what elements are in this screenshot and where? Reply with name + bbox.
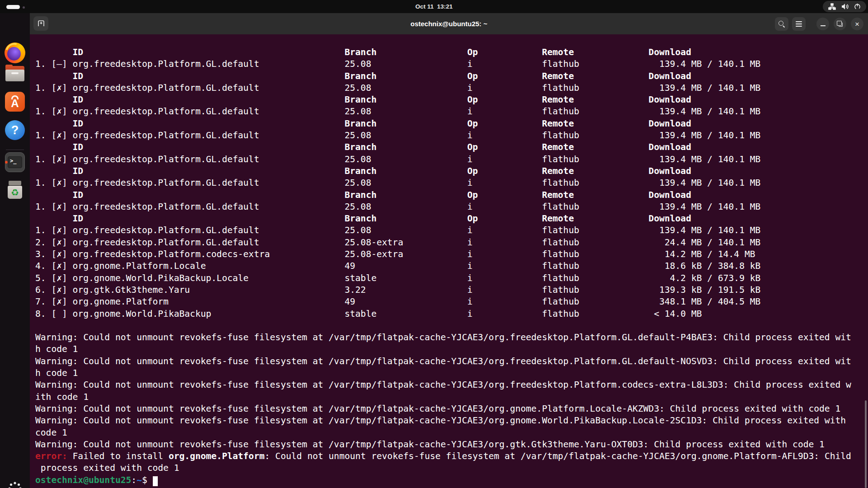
dock-item-files[interactable] xyxy=(4,63,26,84)
volume-icon xyxy=(841,3,849,10)
terminal-line: ID Branch Op Remote Download xyxy=(35,94,868,106)
terminal-line xyxy=(35,320,868,332)
restore-button[interactable] xyxy=(834,18,846,30)
terminal-line: 4. [✗] org.gnome.Platform.Locale 49 i fl… xyxy=(35,260,868,272)
show-apps-icon xyxy=(7,481,23,488)
title-bar[interactable]: ostechnix@ubuntu25: ~ × xyxy=(30,13,868,34)
search-icon xyxy=(778,20,785,28)
dock-item-help[interactable]: ? xyxy=(4,119,26,141)
help-icon: ? xyxy=(5,120,25,140)
terminal-line: process exited with code 1 xyxy=(35,462,868,474)
terminal-line: ID Branch Op Remote Download xyxy=(35,213,868,225)
terminal-line: ID Branch Op Remote Download xyxy=(35,70,868,82)
terminal-line: ID Branch Op Remote Download xyxy=(35,189,868,201)
dock-item-trash[interactable]: ♻ xyxy=(4,179,26,201)
terminal-line: Warning: Could not unmount revokefs-fuse… xyxy=(35,332,868,343)
terminal-line: ID Branch Op Remote Download xyxy=(35,141,868,153)
terminal-line: 1. [✗] org.freedesktop.Platform.GL.defau… xyxy=(35,177,868,189)
terminal-line: 2. [✗] org.freedesktop.Platform.GL.defau… xyxy=(35,237,868,249)
terminal-line: h code 1 xyxy=(35,367,868,379)
scrollbar-thumb[interactable] xyxy=(865,400,867,488)
terminal-line: 1. [—] org.freedesktop.Platform.GL.defau… xyxy=(35,58,868,70)
terminal-line: 1. [✗] org.freedesktop.Platform.GL.defau… xyxy=(35,106,868,117)
terminal-line: 1. [✗] org.freedesktop.Platform.GL.defau… xyxy=(35,201,868,213)
system-tray[interactable] xyxy=(823,1,866,12)
terminal-line: 7. [✗] org.gnome.Platform 49 i flathub 3… xyxy=(35,296,868,308)
dock: A ? >_ ♻ xyxy=(0,13,30,488)
trash-icon: ♻ xyxy=(7,181,23,199)
close-button[interactable]: × xyxy=(851,18,863,30)
dock-item-terminal[interactable]: >_ xyxy=(4,151,26,173)
dock-divider xyxy=(6,150,24,150)
terminal-line: error: Failed to install org.gnome.Platf… xyxy=(35,450,868,462)
terminal-line: 5. [✗] org.gnome.World.PikaBackup.Locale… xyxy=(35,272,868,284)
terminal-line: Warning: Could not unmount revokefs-fuse… xyxy=(35,356,868,367)
close-icon: × xyxy=(855,20,859,28)
terminal-line: h code 1 xyxy=(35,343,868,355)
terminal-line: 1. [✗] org.freedesktop.Platform.GL.defau… xyxy=(35,130,868,141)
restore-icon xyxy=(839,23,843,27)
dock-item-app-center[interactable]: A xyxy=(4,91,26,113)
clock[interactable]: Oct 11 13:21 xyxy=(0,0,868,13)
terminal-line: 1. [✗] org.freedesktop.Platform.GL.defau… xyxy=(35,154,868,165)
terminal-line: Warning: Could not unmount revokefs-fuse… xyxy=(35,415,868,427)
minimize-icon xyxy=(821,25,826,26)
terminal-window: ostechnix@ubuntu25: ~ × ID Branch xyxy=(30,13,868,488)
terminal-line: 3. [✗] org.freedesktop.Platform.codecs-e… xyxy=(35,249,868,260)
terminal-line: Warning: Could not unmount revokefs-fuse… xyxy=(35,439,868,450)
terminal-line: code 1 xyxy=(35,427,868,439)
terminal-line: 8. [ ] org.gnome.World.PikaBackup stable… xyxy=(35,308,868,320)
network-icon xyxy=(828,3,836,10)
terminal-line: 6. [✗] org.gtk.Gtk3theme.Yaru 3.22 i fla… xyxy=(35,284,868,296)
terminal-line: ith code 1 xyxy=(35,391,868,403)
window-title: ostechnix@ubuntu25: ~ xyxy=(30,13,868,34)
terminal-line: Warning: Could not unmount revokefs-fuse… xyxy=(35,403,868,415)
terminal-screen[interactable]: ID Branch Op Remote Download1. [—] org.f… xyxy=(30,34,868,488)
show-apps-button[interactable] xyxy=(4,479,26,488)
terminal-line: Warning: Could not unmount revokefs-fuse… xyxy=(35,379,868,391)
terminal-line: ID Branch Op Remote Download xyxy=(35,165,868,177)
terminal-line: ostechnix@ubuntu25:~$ xyxy=(35,474,868,486)
terminal-line: ID Branch Op Remote Download xyxy=(35,118,868,130)
top-bar: Oct 11 13:21 xyxy=(0,0,868,13)
search-button[interactable] xyxy=(775,17,788,31)
app-center-icon: A xyxy=(5,92,25,112)
terminal-line: 1. [✗] org.freedesktop.Platform.GL.defau… xyxy=(35,225,868,236)
minimize-button[interactable] xyxy=(816,18,829,30)
terminal-line: ID Branch Op Remote Download xyxy=(35,47,868,58)
hamburger-icon xyxy=(796,21,802,26)
terminal-icon: >_ xyxy=(5,152,25,172)
firefox-icon xyxy=(5,42,25,63)
menu-button[interactable] xyxy=(792,17,806,31)
files-icon xyxy=(5,66,24,81)
power-icon xyxy=(854,3,861,10)
terminal-output: ID Branch Op Remote Download1. [—] org.f… xyxy=(35,47,868,486)
running-indicator-dot xyxy=(5,161,8,164)
terminal-line: 1. [✗] org.freedesktop.Platform.GL.defau… xyxy=(35,82,868,94)
dock-item-firefox[interactable] xyxy=(4,42,26,64)
